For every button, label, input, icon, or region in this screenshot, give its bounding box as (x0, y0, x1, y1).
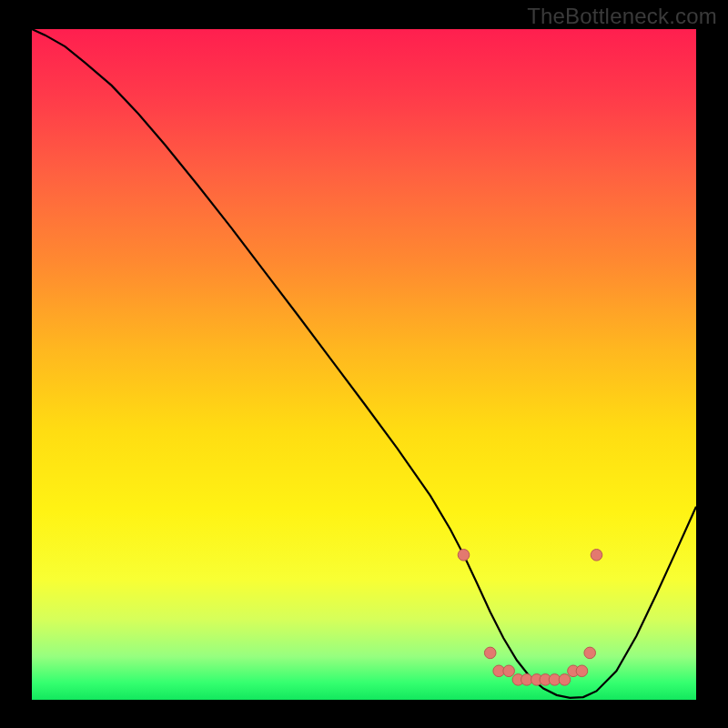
data-point-dot (576, 665, 588, 677)
chart-frame: { "watermark": "TheBottleneck.com", "col… (0, 0, 728, 728)
data-point-dot (484, 647, 496, 659)
data-point-dot (458, 550, 470, 561)
bottleneck-chart (0, 0, 728, 728)
data-point-dot (591, 550, 602, 561)
data-point-dot (584, 647, 596, 659)
plot-area-gradient (32, 29, 696, 700)
data-point-dot (503, 665, 515, 677)
data-point-dot (559, 674, 571, 686)
watermark-text: TheBottleneck.com (527, 4, 717, 29)
